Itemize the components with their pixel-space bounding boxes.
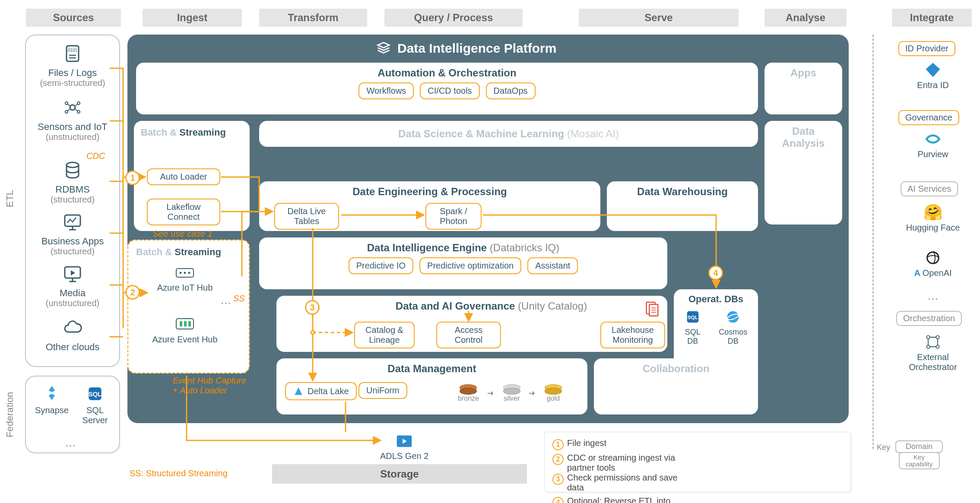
svg-point-29	[936, 335, 939, 338]
svg-point-30	[926, 345, 929, 348]
source-bizapps-sub: (structured)	[34, 247, 111, 256]
med-silver-label: silver	[503, 395, 520, 402]
report-icon	[644, 300, 661, 317]
automation-box: Automation & Orchestration Workflows CI/…	[136, 63, 758, 114]
ingest1-title-em: Streaming	[179, 127, 226, 138]
odb-sql: SQL SQL DB	[680, 308, 706, 346]
die-paren: (Databricks IQ)	[490, 242, 559, 253]
int-entra-label: Entra ID	[898, 80, 967, 90]
step-3: 3	[305, 300, 320, 315]
pill-predopt: Predictive optimization	[419, 257, 521, 274]
step-1: 1	[125, 171, 140, 185]
svg-point-13	[180, 272, 182, 274]
svg-rect-18	[184, 321, 187, 326]
catalog-pill: Catalog & Lineage	[354, 322, 415, 348]
source-files-title: Files / Logs	[34, 68, 111, 78]
cloud-icon	[62, 317, 83, 338]
source-bizapps-title: Business Apps	[34, 236, 111, 247]
uniform-pill: UniForm	[358, 382, 407, 399]
access-pill: Access Control	[436, 322, 501, 348]
ingest2-more: …	[220, 294, 232, 307]
arrow-icon-2	[528, 385, 537, 402]
label-etl: ETL	[4, 142, 16, 255]
purview-icon	[923, 130, 942, 149]
pill-workflows: Workflows	[358, 82, 414, 99]
spark-pill: Spark / Photon	[425, 203, 482, 230]
col-query: Query / Process	[384, 9, 523, 27]
pill-cicd: CI/CD tools	[420, 82, 479, 99]
int-idprovider: ID Provider	[898, 41, 955, 56]
source-sensors-title: Sensors and IoT	[34, 122, 111, 132]
legend-1: 1File ingest	[552, 438, 695, 449]
source-bizapps: Business Apps (structured)	[34, 212, 111, 256]
eventhub-icon	[174, 315, 195, 332]
pill-dataops: DataOps	[486, 82, 536, 99]
svg-rect-19	[188, 321, 191, 326]
svg-text:0101: 0101	[68, 48, 78, 53]
source-media: Media (unstructured)	[34, 263, 111, 308]
int-hugging-label: Hugging Face	[898, 223, 967, 233]
platform-title: Data Intelligence Platform	[376, 41, 556, 56]
gov-paren: (Unity Catalog)	[518, 300, 587, 312]
dm-title: Data Management	[282, 363, 581, 375]
ss-label: SS	[233, 294, 245, 304]
entra-icon	[923, 60, 942, 79]
right-divider	[872, 35, 874, 449]
collab-box: Collaboration	[594, 358, 758, 414]
int-purview-label: Purview	[898, 149, 967, 159]
int-purview: Purview	[898, 130, 967, 159]
odb-title: Operat. DBs	[680, 294, 752, 305]
legend-2-text: CDC or streaming ingest via partner tool…	[567, 453, 684, 473]
int-extorch-label: External Orchestrator	[898, 352, 967, 372]
pill-assist: Assistant	[527, 257, 578, 274]
odb-cosmos-label: Cosmos DB	[714, 328, 752, 346]
legend-3: 3Check permissions and save data	[552, 473, 699, 493]
legend-4: 4Optional: Reverse ETL into OLTP systems	[552, 496, 699, 503]
sqlserver-icon: SQL	[86, 384, 105, 403]
delta-label: Delta Lake	[308, 386, 349, 396]
lakemon-pill: Lakehouse Monitoring	[600, 322, 665, 348]
odb-cosmos: Cosmos DB	[714, 308, 752, 346]
play-icon	[62, 263, 83, 284]
legend-1-text: File ingest	[567, 438, 606, 448]
azure-eventhub: Azure Event Hub	[150, 315, 219, 345]
source-files-sub: (semi-structured)	[34, 78, 111, 88]
dlt-pill: Delta Live Tables	[274, 203, 339, 230]
svg-rect-8	[65, 215, 80, 226]
fed-synapse-label: Synapse	[32, 405, 71, 415]
ingest2-title-em: Streaming	[174, 247, 221, 257]
file-icon: 0101	[62, 43, 83, 64]
data-analysis-title: Data Analysis	[771, 125, 836, 149]
automation-title: Automation & Orchestration	[142, 67, 752, 79]
adls-icon	[394, 432, 414, 449]
key-box: Key Domain Key capability	[877, 440, 943, 469]
fed-sqlserver-label: SQL Server	[76, 405, 114, 425]
source-rdbms-sub: (structured)	[34, 195, 111, 204]
azure-iothub: Azure IoT Hub	[150, 263, 219, 293]
de-title: Date Engineering & Processing	[265, 186, 594, 198]
dw-title: Data Warehousing	[613, 186, 752, 198]
dw-box: Data Warehousing	[607, 181, 758, 231]
fed-more: …	[65, 436, 76, 449]
odb-sql-label: SQL DB	[680, 328, 706, 346]
ingest2-title-dim: Batch &	[136, 247, 174, 257]
die-title: Data Intelligence Engine	[367, 242, 487, 253]
step-4: 4	[708, 266, 723, 280]
ingest1-title-dim: Batch &	[141, 127, 179, 138]
med-bronze-label: bronze	[458, 395, 479, 402]
iothub-icon	[174, 263, 195, 281]
apps-box: Apps	[764, 63, 842, 114]
dsml-title: Data Science & Machine Learning	[398, 128, 564, 139]
svg-point-14	[184, 272, 186, 274]
eventhub-note: Event Hub Capture + Auto Loader	[173, 376, 251, 395]
delta-pill: Delta Lake	[285, 382, 357, 400]
arrow-icon	[487, 385, 495, 402]
label-federation: Federation	[4, 376, 16, 453]
int-hugging: 🤗 Hugging Face	[898, 203, 967, 233]
svg-text:SQL: SQL	[688, 314, 698, 320]
pill-predio: Predictive IO	[349, 257, 413, 274]
int-openai: A OpenAI	[898, 248, 967, 278]
step-2: 2	[125, 285, 140, 300]
dsml-paren: (Mosaic AI)	[567, 128, 619, 139]
int-orchestration: Orchestration	[896, 311, 962, 326]
